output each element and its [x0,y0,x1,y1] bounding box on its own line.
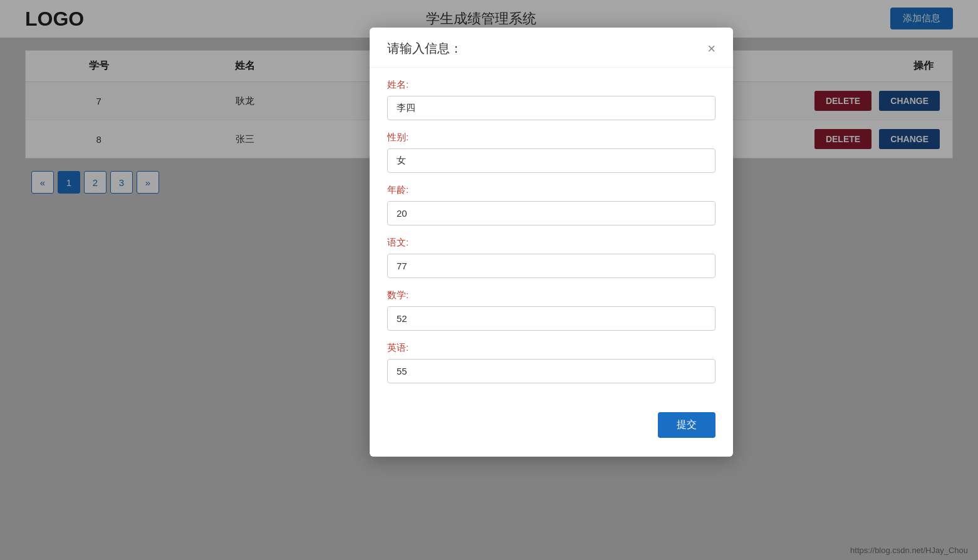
form-group-math-input: 数学: [387,289,715,331]
modal-footer: 提交 [370,412,733,438]
modal-dialog: 请输入信息： × 姓名:性别:年龄:语文:数学:英语: 提交 [370,28,733,457]
modal-header: 请输入信息： × [370,28,733,68]
label-gender-input: 性别: [387,132,715,143]
label-english-input: 英语: [387,342,715,354]
modal-title: 请输入信息： [387,40,462,57]
form-group-age-input: 年龄: [387,184,715,226]
modal-close-button[interactable]: × [707,42,715,56]
submit-button[interactable]: 提交 [658,412,715,438]
age-input[interactable] [387,201,715,226]
form-group-chinese-input: 语文: [387,237,715,278]
label-age-input: 年龄: [387,184,715,196]
modal-body: 姓名:性别:年龄:语文:数学:英语: [370,68,733,406]
chinese-input[interactable] [387,254,715,278]
form-group-gender-input: 性别: [387,132,715,173]
form-group-name-input: 姓名: [387,79,715,120]
english-input[interactable] [387,359,715,383]
math-input[interactable] [387,306,715,331]
name-input[interactable] [387,96,715,120]
label-math-input: 数学: [387,289,715,301]
label-chinese-input: 语文: [387,237,715,249]
gender-input[interactable] [387,148,715,173]
label-name-input: 姓名: [387,79,715,91]
form-group-english-input: 英语: [387,342,715,383]
